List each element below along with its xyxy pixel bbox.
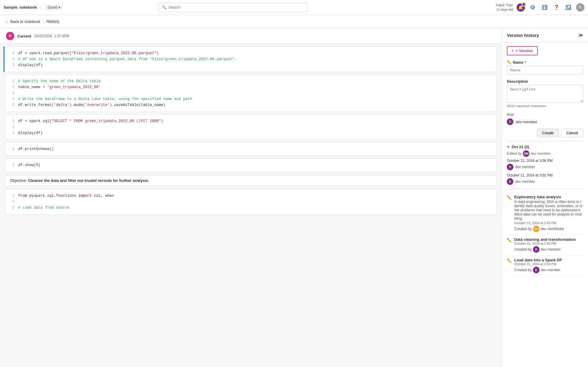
chevron-down-icon[interactable]: ▼ — [507, 145, 510, 149]
now-label: Now — [507, 113, 583, 117]
code-cell-1: 1 df = spark.read.parquet("Files/green_t… — [5, 46, 497, 72]
version-history-panel: Version history ≫ + + Version ✏️ Name * — [502, 28, 588, 367]
form-btn-row: Create Cancel — [507, 129, 583, 137]
version-user-2: dev member — [515, 179, 535, 184]
search-icon: 🔍 — [162, 5, 167, 10]
cleaning-creator-avatar: D — [533, 246, 540, 253]
cleaning-date: October 21, 2024 at 2:56 PM — [514, 242, 583, 245]
search-input[interactable] — [168, 5, 304, 10]
edit-version-icon-load[interactable]: ✏️ — [507, 258, 512, 273]
eda-title: Exploratory data analysis — [514, 195, 583, 199]
current-user-avatar: R — [6, 32, 14, 40]
eda-created-by: Created by DC dev contributor — [514, 226, 583, 232]
version-panel-body: + + Version ✏️ Name * Description 0/512 … — [502, 43, 588, 367]
code-line: 2 # df now is a Spark DataFrame containi… — [10, 56, 492, 62]
eda-description: In data engineering, EDA is often done t… — [514, 200, 583, 221]
cleaning-created-by: Created by D dev member — [514, 246, 583, 253]
code-cell-6: 1 from pyspark.sql.functions import col,… — [5, 189, 497, 215]
code-cell-5: 1 df.show(5) — [5, 158, 497, 172]
version-history-title: Version history — [507, 33, 539, 38]
plus-icon: + — [512, 49, 514, 53]
version-user-1: dev member — [515, 165, 535, 169]
cell-container-2: 1 # Specify the name of the Delta table … — [5, 74, 497, 112]
history-label: History — [46, 19, 59, 24]
eda-date: October 21, 2024 at 2:59 PM — [514, 221, 583, 225]
notifications-button[interactable]: 🔔 11 — [517, 3, 525, 12]
edit-version-icon-cleaning[interactable]: ✏️ — [507, 238, 512, 253]
user-avatar[interactable]: R — [576, 3, 584, 12]
back-to-notebook-link[interactable]: ← Back to notebook — [5, 19, 40, 24]
help-button[interactable]: ❓ — [552, 3, 561, 12]
edit-icon: ✏️ — [507, 60, 512, 65]
load-creator-avatar: D — [533, 267, 540, 273]
cell-container-5: 1 df.show(5) — [5, 158, 497, 172]
top-nav: Sample_notebook | Saved ▾ 🔍 Fabric Trial… — [0, 0, 588, 15]
cell-container-1: 1 df = spark.read.parquet("Files/green_t… — [5, 46, 497, 72]
code-line: 1 df = spark.read.parquet("Files/green_t… — [10, 50, 492, 56]
named-version-cleaning: ✏️ Data cleaning and transformation Octo… — [507, 235, 583, 255]
create-version-button[interactable]: Create — [537, 129, 559, 137]
code-line: 3 display(df) — [10, 62, 492, 68]
share-button[interactable]: ↗️ — [564, 3, 573, 12]
saved-badge[interactable]: Saved ▾ — [45, 5, 63, 10]
notebook-area: R Current 10/22/2024, 1:37:4PM 1 df = sp… — [0, 28, 502, 367]
cleaning-title: Data cleaning and transformation — [514, 237, 583, 242]
version-name-section: ✏️ Name * — [507, 60, 583, 74]
gear-icon: ⚙️ — [530, 4, 536, 10]
search-bar: 🔍 — [159, 3, 307, 12]
cancel-version-button[interactable]: Cancel — [561, 129, 583, 137]
settings-button[interactable]: ⚙️ — [529, 3, 537, 12]
code-cell-3: 1 df = spark.sql("SELECT * FROM green_tr… — [5, 114, 497, 140]
eda-creator-avatar: DC — [533, 226, 540, 232]
named-version-load: ✏️ Load data into a Spark DF October 21,… — [507, 255, 583, 276]
form-user-avatar: D — [507, 118, 513, 125]
download-button[interactable]: ⬇️ — [540, 3, 549, 12]
code-cell-2: 1 # Specify the name of the Delta table … — [5, 74, 497, 112]
cell-indicator — [4, 46, 4, 72]
name-label: ✏️ Name * — [507, 60, 583, 65]
back-arrow-icon: ← — [5, 19, 9, 24]
main-layout: R Current 10/22/2024, 1:37:4PM 1 df = sp… — [0, 28, 588, 367]
version-user-avatar-1: D — [507, 164, 513, 170]
share-icon: ↗️ — [565, 4, 571, 10]
edited-by-row: Edited by DM dev member — [507, 150, 583, 157]
cell-container-3: 1 df = spark.sql("SELECT * FROM green_tr… — [5, 114, 497, 140]
breadcrumb: ← Back to notebook | History — [0, 15, 588, 28]
edited-by-avatar: DM — [523, 150, 529, 157]
version-description-input[interactable] — [507, 85, 583, 103]
cell-container-4: 1 df.printSchema() — [5, 142, 497, 156]
version-entry-2: October 21, 2024 at 3:02 PM D dev member — [507, 173, 583, 185]
current-timestamp: 10/22/2024, 1:37:4PM — [34, 34, 69, 38]
version-entry-1: October 21, 2024 at 3:56 PM D dev member — [507, 159, 583, 170]
current-header: R Current 10/22/2024, 1:37:4PM — [0, 28, 502, 44]
char-count: 0/512 maximum characters — [507, 104, 583, 108]
description-label: Description — [507, 79, 583, 84]
objective-cell: Objective: Cleanse the data and filter o… — [5, 175, 497, 186]
version-group-oct21: ▼ Oct 21 (2) Edited by DM dev member Oct… — [507, 145, 583, 185]
notif-count-badge: 11 — [521, 2, 526, 7]
help-icon: ❓ — [553, 4, 559, 10]
fabric-trial-text: Fabric Trial: 11 days left — [496, 3, 513, 12]
version-user-avatar-2: D — [507, 178, 513, 185]
download-icon: ⬇️ — [542, 4, 548, 10]
nav-right: Fabric Trial: 11 days left 🔔 11 ⚙️ ⬇️ ❓ … — [496, 3, 584, 12]
version-description-section: Description 0/512 maximum characters — [507, 79, 583, 108]
load-date: October 21, 2024 at 2:53 PM — [514, 262, 583, 266]
named-version-eda: ✏️ Exploratory data analysis In data eng… — [507, 192, 583, 235]
form-user-row: D dev member — [507, 118, 583, 125]
edit-version-icon-eda[interactable]: ✏️ — [507, 195, 512, 232]
notebook-title: Sample_notebook — [4, 5, 37, 10]
load-created-by: Created by D dev member — [514, 267, 583, 273]
cell-container-6: 1 from pyspark.sql.functions import col,… — [5, 189, 497, 215]
version-date-1: October 21, 2024 at 3:56 PM — [507, 159, 583, 163]
code-cell-4: 1 df.printSchema() — [5, 142, 497, 156]
edited-by-user: dev member — [531, 152, 551, 156]
current-label: Current — [17, 34, 31, 38]
version-panel-header: Version history ≫ — [502, 28, 588, 43]
form-user-name: dev member — [516, 120, 537, 124]
load-title: Load data into a Spark DF — [514, 258, 583, 262]
add-version-button[interactable]: + + Version — [507, 46, 538, 55]
collapse-panel-button[interactable]: ≫ — [578, 32, 583, 38]
group-label: Oct 21 (2) — [512, 145, 529, 149]
version-name-input[interactable] — [507, 66, 583, 74]
